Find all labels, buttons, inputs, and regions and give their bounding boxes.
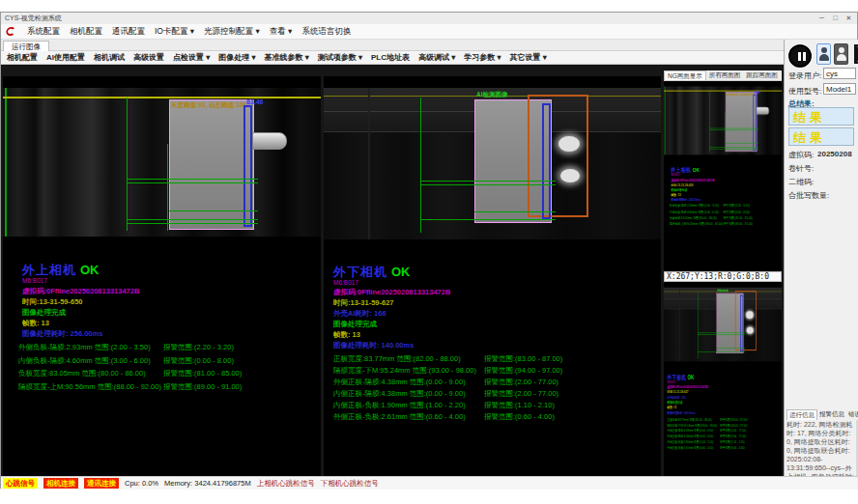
virtual-code-line: 虚拟码:0Ffline2025020813313472B [333, 288, 450, 297]
tool-learn-params[interactable]: 学习参数 ▾ [464, 52, 500, 63]
measure-row: 外侧正极-隔膜:4.38mm 范围:(0.00 - 9.00)报警范围:(2.0… [324, 378, 661, 387]
comm-conn-badge: 通讯连接 [84, 478, 119, 489]
tab-run-image[interactable]: 运行图像 [3, 41, 49, 51]
camera-subtitle: M6:B017 [668, 380, 676, 383]
side-tab-ng-view[interactable]: NG画面显示 [664, 70, 706, 80]
menu-language-switch[interactable]: 系统语言切换 [301, 26, 351, 38]
tool-plc-address[interactable]: PLC地址表 [371, 52, 410, 63]
tool-spot-check[interactable]: 点检设置 ▾ [173, 52, 210, 63]
left-camera-view[interactable]: 灰度阈值:93, 动态阈值:100 83.46 外上相机OK M6:B017 虚… [3, 76, 321, 477]
up-cam-heartbeat: 上相机心跳检信号 [257, 479, 315, 489]
menu-comm-config[interactable]: 通讯配置 [112, 26, 145, 38]
login-user-value[interactable]: cys [823, 68, 856, 79]
tool-baseline-params[interactable]: 基准线参数 ▾ [265, 52, 309, 63]
close-icon[interactable]: ✕ [843, 14, 855, 23]
frames-line: 帧数: 13 [668, 406, 677, 410]
measure-line [127, 179, 258, 180]
tool-ai-config[interactable]: AI使用配置 [46, 52, 85, 63]
tool-test-params[interactable]: 测试项参数 ▾ [318, 52, 362, 63]
elapsed-line: 图像处理耗时: 140.00ms [333, 341, 414, 350]
measure-row: 内侧正极-隔膜:4.38mm 范围:(0.00 - 9.00)报警范围:(2.0… [664, 434, 782, 439]
measure-row: 外侧负极-隔膜:2.93mm 范围:(2.00 - 3.50)报警范围:(2.2… [664, 204, 782, 209]
menu-system-config[interactable]: 系统配置 [27, 26, 60, 38]
measure-row: 负极宽度:83.05mm 范围:(80.00 - 86.00)报警范围:(81.… [664, 215, 782, 220]
info-tab-run[interactable]: 运行信息 [786, 409, 817, 420]
tool-other-settings[interactable]: 其它设置 ▾ [510, 52, 547, 63]
done-line: 图像处理完成 [668, 401, 683, 406]
measure-line [420, 181, 556, 182]
minimize-icon[interactable]: ─ [815, 14, 828, 23]
measure-roi-blue [243, 105, 252, 227]
memory-usage: Memory: 3424.41796875M [164, 479, 251, 488]
time-line: 时间:13-31-59-627 [668, 390, 689, 395]
ai-image-label: AI检测图像 [476, 91, 508, 99]
measure-line [420, 219, 556, 220]
threshold-overlay: 灰度阈值:93, 动态阈值:100 [171, 101, 246, 110]
guide-line [127, 98, 128, 231]
login-user-label: 登录用户: [788, 70, 821, 81]
status-bar: 心跳信号 相机连接 通讯连接 Cpu: 0.0% Memory: 3424.41… [1, 476, 857, 490]
maximize-icon[interactable]: □ [829, 14, 842, 23]
model-value[interactable]: Model1 [823, 83, 856, 95]
tool-camera-config[interactable]: 相机配置 [7, 52, 38, 63]
virtual-code-line: 虚拟码:0Ffline2025020813313472B [668, 385, 708, 390]
user-login-button[interactable] [816, 43, 831, 65]
operator-button[interactable] [834, 43, 848, 65]
measure-row: 外侧正极-隔膜:4.38mm 范围:(0.00 - 9.00)报警范围:(2.0… [664, 429, 782, 434]
tool-advanced-settings[interactable]: 高级设置 [133, 52, 164, 63]
center-camera-view[interactable]: AI检测图像 外下相机OK M6:B017 虚拟码:0Ffline2025020… [324, 76, 661, 477]
side-tab-all-views[interactable]: 所有画面图 [706, 70, 744, 80]
measure-row: 隔膜宽度-下M:95.24mm 范围:(93.00 - 98.00)报警范围:(… [664, 423, 782, 428]
heartbeat-badge: 心跳信号 [3, 478, 38, 489]
title-bar[interactable]: CYS-视觉检测系统 ─ □ ✕ [1, 13, 857, 24]
toolbar: 相机配置 AI使用配置 相机调试 高级设置 点检设置 ▾ 图像处理 ▾ 基准线参… [1, 51, 857, 65]
camera-photo [3, 88, 321, 237]
info-tab-alarm[interactable]: 报警信息 [817, 409, 846, 420]
pause-button[interactable] [787, 43, 813, 69]
ok-status: OK [691, 167, 700, 174]
measure-roi-blue [542, 103, 551, 219]
tool-advanced-debug[interactable]: 高级调试 ▾ [418, 52, 455, 63]
batch-count-label: 合批写数量: [788, 190, 829, 201]
ai-image-label: AI检测图像 [717, 289, 728, 293]
window-title: CYS-视觉检测系统 [5, 14, 62, 21]
qr-code-label: 二维码: [788, 177, 814, 187]
mini-view-bottom[interactable]: AI检测图像 外下相机OK M6:B017 虚拟码:0Ffline2025020… [664, 282, 782, 477]
measure-row: 外侧正极-负极:2.61mm 范围:(0.60 - 4.00)报警范围:(0.6… [324, 412, 661, 422]
done-line: 图像处理完成 [671, 187, 687, 192]
side-tab-track-view[interactable]: 跟踪画面图 [743, 70, 781, 80]
measure-row: 内侧负极-隔膜:4.60mm 范围:(3.00 - 6.00)报警范围:(0.0… [664, 210, 782, 214]
down-cam-heartbeat: 下相机心跳检信号 [321, 479, 379, 489]
ai-roi-orange [735, 291, 757, 350]
menu-io-config[interactable]: IO卡配置 ▾ [155, 26, 194, 38]
ok-status: OK [387, 265, 411, 279]
mini-view-top[interactable]: 灰度阈值:93, 动态阈值:100 83.46 外上相机OK M6:B017 虚… [664, 81, 782, 271]
width-label: 83.46 [754, 92, 760, 95]
connector-part [757, 107, 769, 115]
tool-camera-debug[interactable]: 相机调试 [94, 52, 125, 63]
menu-light-config[interactable]: 光源控制配置 ▾ [204, 26, 260, 38]
needle-number-label: 卷针号: [788, 163, 814, 174]
ai-elapsed-line: 外壳AI耗时: 166 [668, 395, 686, 400]
tab-row: 运行图像 [1, 40, 857, 51]
measure-line [420, 184, 556, 185]
result-display-2: 结果 [788, 127, 854, 146]
guide-line [167, 144, 168, 231]
model-label: 使用型号: [788, 86, 821, 97]
measure-row: 内侧正极-隔膜:4.38mm 范围:(0.00 - 9.00)报警范围:(2.0… [324, 389, 661, 399]
done-line: 图像处理完成 [22, 308, 66, 318]
baseline-yellow [664, 91, 782, 92]
measure-row: 内侧负极-隔膜:4.60mm 范围:(3.00 - 6.00)报警范围:(0.0… [3, 356, 321, 366]
menu-view[interactable]: 查看 ▾ [270, 26, 293, 38]
menu-camera-config[interactable]: 相机配置 [70, 26, 102, 38]
measure-row: 隔膜宽度-上M:90.56mm 范围:(88.00 - 92.00)报警范围:(… [3, 382, 321, 392]
tool-image-process[interactable]: 图像处理 ▾ [218, 52, 255, 63]
measure-row: 隔膜宽度-上M:90.56mm 范围:(88.00 - 92.00)报警范围:(… [664, 222, 782, 227]
frames-line: 帧数: 13 [671, 192, 680, 197]
info-tab-error[interactable]: 错误信息 [846, 409, 858, 420]
threshold-overlay: 灰度阈值:93, 动态阈值:100 [727, 93, 755, 97]
cpu-usage: Cpu: 0.0% [125, 479, 158, 488]
exit-button[interactable] [851, 43, 858, 65]
measure-row: 隔膜宽度-下M:95.24mm 范围:(93.00 - 98.00)报警范围:(… [324, 366, 661, 376]
guide-line [5, 88, 7, 237]
